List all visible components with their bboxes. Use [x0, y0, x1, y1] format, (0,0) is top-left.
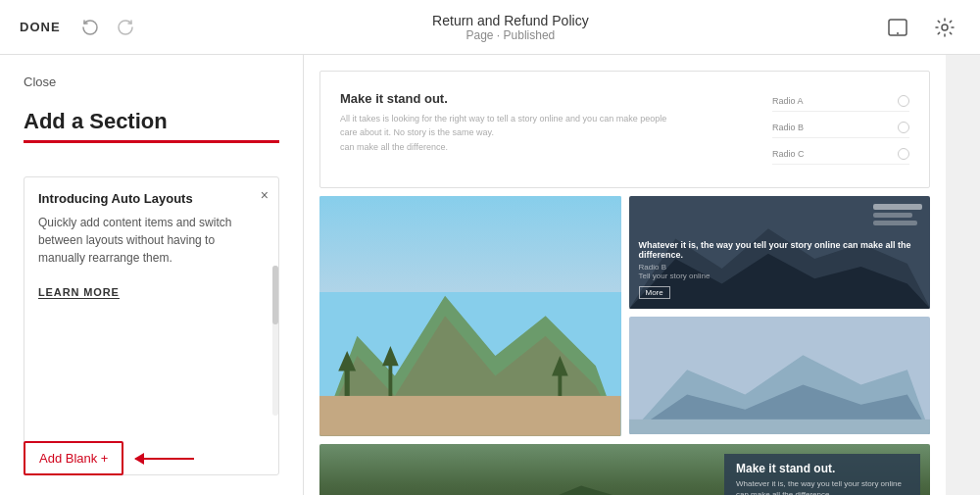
- nav-arrows: [76, 14, 139, 41]
- add-section-modal: Close Add a Section × Introducing Auto L…: [0, 55, 946, 495]
- preview-card-body: All it takes is looking for the right wa…: [340, 112, 753, 154]
- fw-preview-layout: Make it stand out. All it takes is looki…: [340, 91, 909, 165]
- learn-more-button[interactable]: LEARN MORE: [38, 286, 120, 299]
- form-field-2: Radio B: [772, 118, 909, 138]
- top-bar-left: DONE: [20, 14, 139, 41]
- scroll-thumb[interactable]: [272, 266, 278, 324]
- done-button[interactable]: DONE: [20, 20, 61, 34]
- gallery-item-hero[interactable]: Make it stand out. Whatever it is, the w…: [319, 444, 930, 495]
- right-panel-lines: [873, 204, 922, 225]
- form-field-3: Radio C: [772, 144, 909, 165]
- mountain-svg: [319, 256, 621, 436]
- device-preview-button[interactable]: [882, 12, 913, 43]
- notification-box: × Introducing Auto Layouts Quickly add c…: [24, 176, 279, 475]
- form-field-1: Radio A: [772, 91, 909, 112]
- notification-title: Introducing Auto Layouts: [38, 191, 265, 206]
- light-mountain-svg: [629, 340, 931, 434]
- page-status: Page · Published: [432, 28, 589, 42]
- gallery-section-2: Whatever it is, the way you tell your st…: [304, 196, 946, 444]
- redo-button[interactable]: [112, 14, 139, 41]
- svg-rect-16: [629, 420, 931, 434]
- gallery-panel[interactable]: Make it stand out. All it takes is looki…: [304, 55, 946, 495]
- scroll-track[interactable]: [272, 266, 278, 416]
- svg-marker-9: [382, 346, 399, 366]
- notification-close-button[interactable]: ×: [261, 187, 269, 203]
- redo-icon: [117, 19, 134, 36]
- undo-icon: [81, 19, 99, 36]
- gallery-item-preview[interactable]: Make it stand out. All it takes is looki…: [319, 71, 930, 188]
- gallery-section-1: Make it stand out. All it takes is looki…: [304, 55, 946, 196]
- settings-icon: [934, 17, 956, 38]
- gallery-item-mountain-large[interactable]: [319, 196, 621, 436]
- hero-subtitle: Whatever it is, the way you tell your st…: [736, 478, 908, 495]
- image-text-overlay: Whatever it is, the way you tell your st…: [639, 240, 931, 299]
- add-blank-row: Add Blank +: [24, 441, 194, 475]
- undo-button[interactable]: [76, 14, 104, 41]
- notification-description: Quickly add content items and switch bet…: [38, 214, 265, 267]
- arrow-line: [135, 458, 194, 460]
- svg-rect-5: [319, 396, 621, 436]
- left-panel: Close Add a Section × Introducing Auto L…: [0, 55, 304, 495]
- radio-icon-3: [898, 148, 909, 160]
- top-bar-right: [882, 12, 960, 43]
- more-button-1[interactable]: More: [639, 286, 670, 299]
- radio-icon-2: [898, 122, 909, 133]
- svg-point-1: [897, 32, 899, 34]
- gallery-section-3: Make it stand out. Whatever it is, the w…: [304, 444, 946, 495]
- svg-rect-8: [388, 361, 392, 396]
- radio-icon: [898, 95, 909, 107]
- gallery-item-light-mountain[interactable]: [629, 317, 931, 434]
- settings-button[interactable]: [929, 12, 960, 43]
- preview-card-title: Make it stand out.: [340, 91, 753, 106]
- fw-preview-right: Radio A Radio B Radio C: [772, 91, 909, 165]
- gallery-section-2-right: Whatever it is, the way you tell your st…: [629, 196, 931, 436]
- page-title: Return and Refund Policy: [432, 13, 589, 28]
- fw-preview-left: Make it stand out. All it takes is looki…: [340, 91, 753, 154]
- add-section-title: Add a Section: [24, 109, 279, 143]
- add-blank-button[interactable]: Add Blank +: [24, 441, 123, 475]
- hero-text-box: Make it stand out. Whatever it is, the w…: [724, 454, 920, 495]
- top-bar: DONE Return and Refund Policy Page · Pub…: [0, 0, 980, 55]
- hero-title: Make it stand out.: [736, 462, 908, 475]
- gallery-item-dark-mountain[interactable]: Whatever it is, the way you tell your st…: [629, 196, 931, 309]
- top-bar-center: Return and Refund Policy Page · Publishe…: [432, 13, 589, 42]
- tablet-icon: [887, 17, 908, 38]
- close-button[interactable]: Close: [24, 74, 279, 89]
- svg-point-2: [942, 25, 948, 30]
- arrow-indicator: [135, 458, 194, 460]
